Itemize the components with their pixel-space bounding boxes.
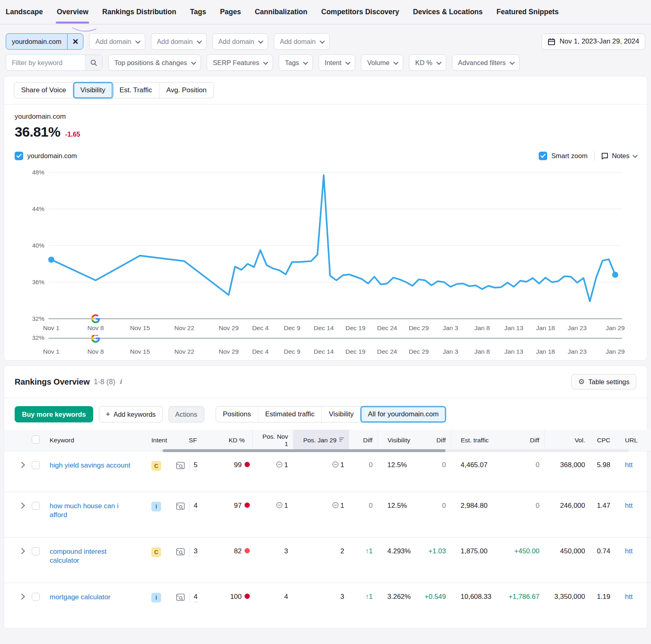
search-button[interactable] bbox=[85, 55, 102, 70]
chart-plot[interactable]: 48%44%40%36%32%Nov 1Nov 8Nov 15Nov 22Nov… bbox=[6, 167, 644, 333]
expand-chevron-icon[interactable] bbox=[19, 461, 25, 468]
info-icon[interactable]: ℹ bbox=[120, 378, 122, 385]
svg-text:Dec 14: Dec 14 bbox=[314, 324, 334, 331]
expand-chevron-icon[interactable] bbox=[19, 593, 25, 600]
date-range-picker[interactable]: Nov 1, 2023-Jan 29, 2024 bbox=[542, 33, 645, 50]
view-tab-all-for-domain[interactable]: All for yourdomain.com bbox=[361, 407, 446, 422]
metric-tab-share-of-voice[interactable]: Share of Voice bbox=[14, 83, 74, 98]
url-link[interactable]: htt bbox=[625, 547, 633, 555]
intent-badge-commercial[interactable]: C bbox=[151, 461, 161, 471]
col-visibility[interactable]: Visibility bbox=[378, 430, 415, 451]
row-checkbox[interactable] bbox=[32, 461, 40, 469]
url-link[interactable]: htt bbox=[625, 502, 633, 509]
add-domain-label: Add domain bbox=[95, 38, 131, 46]
tab-tags[interactable]: Tags bbox=[190, 0, 206, 24]
sf-count[interactable]: 3 bbox=[194, 547, 197, 557]
row-checkbox[interactable] bbox=[32, 593, 40, 601]
keyword-link[interactable]: high yield savings account bbox=[50, 461, 130, 470]
col-volume[interactable]: Vol. bbox=[544, 430, 590, 451]
tab-featured-snippets[interactable]: Featured Snippets bbox=[496, 0, 559, 24]
intent-badge-commercial[interactable]: C bbox=[151, 547, 161, 557]
smart-zoom-checkbox[interactable] bbox=[539, 152, 547, 160]
rankings-toolbar: Buy more keywords + Add keywords Actions… bbox=[4, 398, 647, 430]
legend-checkbox[interactable] bbox=[15, 152, 23, 160]
col-diff-pos[interactable]: Diff bbox=[349, 430, 378, 451]
table-row: how much house can i afford I 4 97 1 1 0… bbox=[4, 492, 651, 537]
remove-domain-icon[interactable]: ✕ bbox=[68, 37, 83, 46]
svg-text:Jan 3: Jan 3 bbox=[443, 324, 458, 331]
filter-tags[interactable]: Tags bbox=[279, 54, 313, 71]
metric-tab-est-traffic[interactable]: Est. Traffic bbox=[113, 83, 159, 98]
table-settings-button[interactable]: ⚙ Table settings bbox=[571, 374, 636, 389]
keyword-link[interactable]: compound interest calculator bbox=[50, 547, 134, 566]
filter-kd[interactable]: KD % bbox=[409, 54, 446, 71]
view-tab-visibility[interactable]: Visibility bbox=[322, 407, 361, 422]
notes-button[interactable]: Notes bbox=[601, 152, 636, 160]
col-keyword[interactable]: Keyword bbox=[43, 430, 146, 451]
tab-rankings-distribution[interactable]: Rankings Distribution bbox=[102, 0, 176, 24]
sf-count[interactable]: 4 bbox=[194, 593, 197, 602]
add-domain-button-3[interactable]: Add domain bbox=[212, 33, 268, 50]
tracked-domain-chip[interactable]: yourdomain.com ✕ bbox=[6, 33, 83, 50]
col-url[interactable]: URL bbox=[615, 430, 651, 451]
expand-chevron-icon[interactable] bbox=[19, 502, 25, 509]
filter-volume[interactable]: Volume bbox=[361, 54, 403, 71]
intent-badge-informational[interactable]: I bbox=[151, 502, 161, 511]
col-sf[interactable]: SF bbox=[171, 430, 215, 451]
col-kd[interactable]: KD % bbox=[215, 430, 252, 451]
checkbox-cell[interactable] bbox=[27, 583, 43, 628]
add-keywords-button[interactable]: + Add keywords bbox=[99, 406, 163, 422]
add-domain-button-1[interactable]: Add domain bbox=[89, 33, 145, 50]
keyword-link[interactable]: how much house can i afford bbox=[50, 502, 134, 520]
expand-cell[interactable] bbox=[4, 451, 27, 492]
filter-serp-features[interactable]: SERP Features bbox=[207, 54, 273, 71]
metric-tab-visibility[interactable]: Visibility bbox=[74, 83, 113, 98]
keyword-filter-input[interactable]: Filter by keyword bbox=[6, 54, 103, 71]
view-tab-positions[interactable]: Positions bbox=[216, 407, 258, 422]
view-tab-estimated-traffic[interactable]: Estimated traffic bbox=[258, 407, 322, 422]
col-pos-jan29[interactable]: Pos. Jan 29 bbox=[293, 430, 349, 451]
tab-pages[interactable]: Pages bbox=[220, 0, 241, 24]
url-link[interactable]: htt bbox=[625, 461, 633, 469]
svg-text:Jan 8: Jan 8 bbox=[474, 348, 490, 355]
select-all-checkbox-cell[interactable] bbox=[27, 430, 43, 451]
sf-count[interactable]: 4 bbox=[194, 502, 197, 511]
filter-top-positions[interactable]: Top positions & changes bbox=[108, 54, 201, 71]
filter-intent[interactable]: Intent bbox=[319, 54, 355, 71]
intent-badge-informational[interactable]: I bbox=[151, 593, 161, 603]
buy-more-keywords-button[interactable]: Buy more keywords bbox=[15, 406, 93, 422]
url-link[interactable]: htt bbox=[625, 593, 633, 600]
select-all-checkbox[interactable] bbox=[32, 435, 40, 444]
chart-axis-strip-2[interactable]: 32%Nov 1Nov 8Nov 15Nov 22Nov 29Dec 4Dec … bbox=[6, 335, 644, 357]
col-cpc[interactable]: CPC bbox=[590, 430, 615, 451]
add-domain-button-4[interactable]: Add domain bbox=[274, 33, 330, 50]
keyword-link[interactable]: mortgage calculator bbox=[50, 593, 110, 602]
col-diff-visibility[interactable]: Diff bbox=[415, 430, 451, 451]
row-checkbox[interactable] bbox=[32, 502, 40, 510]
col-intent[interactable]: Intent bbox=[146, 430, 171, 451]
metric-tab-avg-position[interactable]: Avg. Position bbox=[159, 83, 214, 98]
tab-devices-locations[interactable]: Devices & Locations bbox=[413, 0, 483, 24]
tab-competitors-discovery[interactable]: Competitors Discovery bbox=[321, 0, 400, 24]
checkbox-cell[interactable] bbox=[27, 451, 43, 492]
col-est-traffic[interactable]: Est. traffic bbox=[451, 430, 500, 451]
checkbox-cell[interactable] bbox=[27, 537, 43, 583]
col-pos-nov1[interactable]: Pos. Nov 1 bbox=[252, 430, 293, 451]
horizontal-scrollbar[interactable] bbox=[160, 449, 629, 452]
filter-advanced[interactable]: Advanced filters bbox=[452, 54, 520, 71]
sf-count[interactable]: 5 bbox=[194, 461, 197, 470]
tab-landscape[interactable]: Landscape bbox=[6, 0, 43, 24]
expand-cell[interactable] bbox=[4, 537, 27, 583]
expand-chevron-icon[interactable] bbox=[19, 548, 25, 554]
tab-overview[interactable]: Overview bbox=[57, 0, 88, 24]
row-checkbox[interactable] bbox=[32, 547, 40, 555]
tab-cannibalization[interactable]: Cannibalization bbox=[255, 0, 307, 24]
actions-button[interactable]: Actions bbox=[168, 406, 204, 422]
add-domain-button-2[interactable]: Add domain bbox=[151, 33, 207, 50]
scrollbar-thumb[interactable] bbox=[163, 449, 446, 452]
expand-cell[interactable] bbox=[4, 492, 27, 537]
visibility-chart[interactable]: 48%44%40%36%32%Nov 1Nov 8Nov 15Nov 22Nov… bbox=[4, 163, 647, 360]
checkbox-cell[interactable] bbox=[27, 492, 43, 537]
col-diff-traffic[interactable]: Diff bbox=[500, 430, 544, 451]
expand-cell[interactable] bbox=[4, 583, 27, 628]
